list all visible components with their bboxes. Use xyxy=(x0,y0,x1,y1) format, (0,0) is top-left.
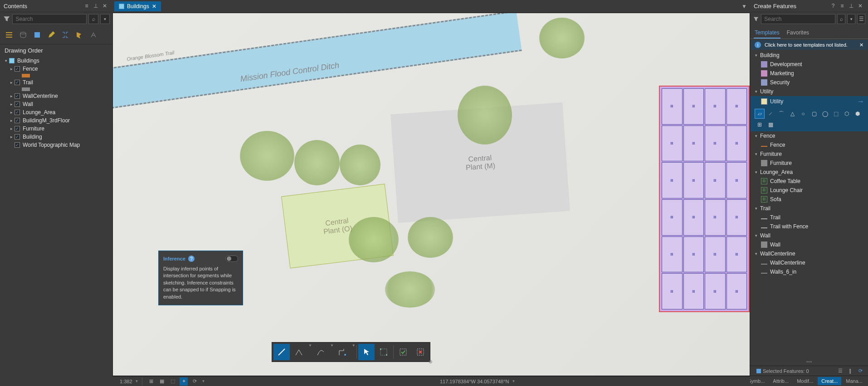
grid-button[interactable]: ▦ xyxy=(158,377,166,386)
cancel-tool[interactable] xyxy=(412,344,429,360)
inference-button[interactable]: ✦ xyxy=(180,377,188,386)
layer-checkbox[interactable] xyxy=(15,66,20,72)
close-tab-icon[interactable]: ✕ xyxy=(152,3,156,10)
search-icon[interactable]: ⌕ xyxy=(837,14,845,24)
caret-icon[interactable]: ▸ xyxy=(9,135,14,139)
arrow-right-icon[interactable]: → xyxy=(857,97,864,106)
template-item[interactable]: Marketing xyxy=(750,69,868,78)
template-section-header[interactable]: ▾Lounge_Area xyxy=(750,168,868,177)
list-by-drawing-order-button[interactable] xyxy=(3,29,15,41)
list-by-perspective-button[interactable] xyxy=(87,29,100,41)
bottom-tab[interactable]: Modif... xyxy=(793,377,817,385)
caret-icon[interactable]: ▾ xyxy=(754,251,758,256)
lines-icon[interactable]: ≡ xyxy=(838,2,846,10)
caret-icon[interactable]: ▸ xyxy=(9,126,14,131)
bottom-tab[interactable]: Creat... xyxy=(818,377,841,385)
layer-checkbox[interactable] xyxy=(15,80,20,85)
pause-icon[interactable]: ‖ xyxy=(846,367,854,375)
curve-tool[interactable] xyxy=(312,344,329,360)
layer-row[interactable]: World Topographic Map xyxy=(2,141,111,149)
layer-checkbox[interactable] xyxy=(15,142,20,148)
caret-icon[interactable]: ▸ xyxy=(9,94,14,98)
draw-tool[interactable]: ⬡ xyxy=(842,109,852,119)
dropdown-icon[interactable]: ▼ xyxy=(352,343,356,361)
help-icon[interactable]: ? xyxy=(829,2,837,10)
dropdown-icon[interactable]: ▼ xyxy=(308,343,312,361)
template-item[interactable]: Walls_6_in xyxy=(750,267,868,276)
caret-icon[interactable]: ▸ xyxy=(9,80,14,85)
templates-info-bar[interactable]: i Click here to see templates not listed… xyxy=(751,40,867,50)
template-item[interactable]: Development xyxy=(750,60,868,69)
layer-checkbox[interactable] xyxy=(15,134,20,140)
close-icon[interactable]: ✕ xyxy=(101,2,109,10)
caret-icon[interactable]: ▾ xyxy=(754,134,758,138)
vertices-tool[interactable] xyxy=(375,344,392,360)
template-section-header[interactable]: ▾Utility xyxy=(750,87,868,96)
lines-icon[interactable]: ≡ xyxy=(83,2,91,10)
filter-icon[interactable] xyxy=(3,15,10,23)
caret-icon[interactable]: ▾ xyxy=(754,89,758,94)
caret-icon[interactable]: ▾ xyxy=(754,152,758,156)
help-icon[interactable]: ? xyxy=(188,256,195,262)
search-icon[interactable]: ⌕ xyxy=(88,14,98,24)
template-item[interactable]: Security xyxy=(750,78,868,87)
layer-row[interactable]: ▸Furniture xyxy=(2,125,111,133)
pin-icon[interactable]: ⊥ xyxy=(92,2,100,10)
layer-row[interactable]: ▸Wall xyxy=(2,100,111,108)
template-item-selected[interactable]: Utility→ xyxy=(750,96,868,107)
list-by-selection-button[interactable] xyxy=(31,29,44,41)
arc-tool[interactable] xyxy=(291,344,307,360)
caret-icon[interactable]: ▾ xyxy=(754,233,758,238)
snapping-button[interactable]: ⊞ xyxy=(147,377,155,386)
filter-icon[interactable] xyxy=(753,15,759,23)
search-dropdown[interactable]: ▼ xyxy=(100,14,110,24)
draw-tool[interactable]: ⬢ xyxy=(853,109,863,119)
template-section-header[interactable]: ▾Wall xyxy=(750,231,868,240)
finish-tool[interactable] xyxy=(395,344,411,360)
map-tab[interactable]: Buildings ✕ xyxy=(114,1,161,11)
list-by-snapping-button[interactable] xyxy=(59,29,72,41)
bottom-tab[interactable]: Attrib... xyxy=(769,377,792,385)
gear-icon[interactable]: ⚙ xyxy=(429,359,433,364)
toggle-panel-icon[interactable]: ☰ xyxy=(857,14,865,24)
draw-tool[interactable]: ⌒ xyxy=(776,109,786,119)
template-item[interactable]: WallCenterline xyxy=(750,258,868,267)
pin-icon[interactable]: ⊥ xyxy=(847,2,855,10)
caret-icon[interactable]: ▸ xyxy=(9,110,14,115)
select-tool[interactable] xyxy=(358,344,375,360)
template-item[interactable]: Trail xyxy=(750,213,868,222)
contents-search-input[interactable] xyxy=(12,14,87,24)
draw-tool[interactable]: ⬚ xyxy=(831,109,841,119)
template-item[interactable]: Fence xyxy=(750,140,868,150)
list-by-editing-button[interactable] xyxy=(45,29,58,41)
template-section-header[interactable]: ▾Building xyxy=(750,51,868,60)
template-item[interactable]: Trail with Fence xyxy=(750,222,868,231)
draw-tool[interactable]: ◯ xyxy=(820,109,830,119)
caret-icon[interactable]: ▾ xyxy=(4,58,8,63)
tab-favorites[interactable]: Favorites xyxy=(786,28,810,39)
dropdown-icon[interactable]: ▼ xyxy=(330,343,334,361)
layer-checkbox[interactable] xyxy=(15,93,20,99)
create-search-input[interactable] xyxy=(761,14,835,24)
tab-dropdown[interactable]: ▼ xyxy=(740,2,748,10)
list-by-source-button[interactable] xyxy=(17,29,29,41)
draw-tool[interactable]: △ xyxy=(787,109,797,119)
list-icon[interactable]: ☰ xyxy=(836,367,844,375)
tree-root[interactable]: ▾ Buildings xyxy=(2,57,111,65)
draw-tool[interactable]: ▢ xyxy=(809,109,819,119)
draw-tool[interactable]: ▦ xyxy=(766,120,775,130)
draw-tool[interactable]: ▱ xyxy=(755,109,765,119)
line-tool[interactable] xyxy=(273,344,290,360)
layer-checkbox[interactable] xyxy=(15,101,20,107)
layer-row[interactable]: ▸Trail xyxy=(2,78,111,87)
template-item[interactable]: ⊞Coffee Table xyxy=(750,177,868,186)
template-section-header[interactable]: ▾Fence xyxy=(750,131,868,140)
coordinates-display[interactable]: 117.1978384°W 34.0573748°N▼ xyxy=(436,379,519,384)
layer-row[interactable]: ▸BuildingM_3rdFloor xyxy=(2,116,111,125)
template-item[interactable]: Wall xyxy=(750,240,868,249)
tab-templates[interactable]: Templates xyxy=(754,28,780,39)
layer-checkbox[interactable] xyxy=(15,118,20,123)
template-item[interactable]: ⊞Sofa xyxy=(750,195,868,204)
close-icon[interactable]: ✕ xyxy=(856,2,864,10)
bottom-tab[interactable]: Mana... xyxy=(842,377,866,385)
